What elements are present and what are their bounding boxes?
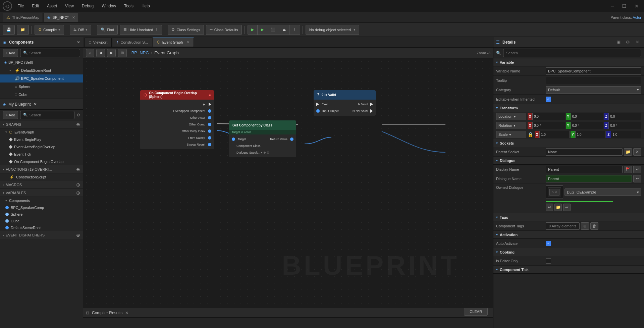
class-defaults-button[interactable]: ✏ Class Defaults [206,25,242,35]
variable-name-input[interactable] [546,67,641,75]
activation-section-header[interactable]: ▾ Activation [493,231,644,239]
node-overlap[interactable]: ⬡ On Component Begin Overlap (Sphere) ■ … [140,90,214,149]
scale-lock-icon[interactable]: 🔒 [528,132,533,137]
editable-checkbox[interactable]: ✓ [546,97,551,102]
play-options-button[interactable]: ⋮ [289,25,300,35]
my-blueprint-close[interactable]: ✕ [34,102,37,107]
scale-y-field[interactable] [575,131,606,138]
tree-item-self[interactable]: ◈ BP_NPC (Self) [0,58,83,66]
rot-y-field[interactable] [571,122,603,129]
tags-section-header[interactable]: ▾ Tags [493,213,644,221]
parent-socket-input[interactable] [546,148,623,156]
node-get-component[interactable]: Get Component by Class Target is Actor T… [229,120,296,157]
tree-item-sphere[interactable]: ○ Sphere [0,83,83,91]
clear-button[interactable]: CLEAR [464,308,488,316]
menu-help[interactable]: Help [140,3,151,9]
minimize-button[interactable]: ─ [608,3,617,9]
tab-viewport[interactable]: □ Viewport [85,38,112,47]
parent-class-link[interactable]: Actor [633,15,641,19]
event-tick[interactable]: Event Tick [0,151,83,158]
dialogue-name-refresh[interactable]: ↩ [633,175,641,182]
dialogue-name-input[interactable] [546,175,632,182]
var-bpc-speaker[interactable]: BPC_SpeakerComp [0,204,83,211]
tags-add-button[interactable]: ⊕ [581,222,589,230]
scale-x-field[interactable] [539,131,570,138]
components-panel-close[interactable]: ✕ [77,40,80,45]
eject-button[interactable]: ⏏ [279,25,289,35]
menu-file[interactable]: File [16,3,25,9]
loc-y-field[interactable] [571,113,603,120]
functions-add-button[interactable]: ⊕ [76,167,80,172]
tab-third-person-map[interactable]: ⚠ ThirdPersonMap [3,13,43,22]
tree-item-bpc-speaker[interactable]: 🔊 BPC_SpeakerComponent [0,74,83,83]
details-settings[interactable]: ⚙ [624,38,632,46]
node-is-valid[interactable]: ? ? Is Valid Exec Is Valid Input Object … [314,90,376,116]
breadcrumb-blueprint[interactable]: BP_NPC [131,50,149,55]
var-cube[interactable]: Cube [0,218,83,224]
components-search-input[interactable] [29,51,77,55]
var-default-scene-root[interactable]: DefaultSceneRoot [0,224,83,231]
tree-item-cube[interactable]: □ Cube [0,91,83,99]
location-dropdown[interactable]: Location ▾ [496,113,526,120]
rotation-dropdown[interactable]: Rotation ▾ [496,122,526,129]
display-name-input[interactable] [546,166,623,173]
nav-forward-button[interactable]: ▶ [107,49,116,57]
auto-activate-checkbox[interactable]: ✓ [546,241,551,246]
play-button[interactable]: ▶ [248,25,258,35]
socket-browse-icon[interactable]: 📁 [624,148,632,156]
close-button[interactable]: ✕ [632,3,641,9]
dialogue-browse-button[interactable]: ↩ [546,204,553,211]
variable-section-header[interactable]: ▾ Variable [493,58,644,66]
hide-unrelated-button[interactable]: ☰ Hide Unrelated ⋮ [120,25,162,35]
section-macros[interactable]: ▸ MACROS ⊕ [0,181,83,189]
menu-view[interactable]: View [64,3,75,9]
play2-button[interactable]: ▶ [257,25,267,35]
menu-debug[interactable]: Debug [80,3,95,9]
category-select[interactable]: Default ▾ [546,86,641,94]
rot-x-field[interactable] [532,122,565,129]
graphs-add-button[interactable]: ⊕ [76,122,80,127]
tags-clear-button[interactable]: 🗑 [590,222,598,230]
dialogue-clear-button[interactable]: 📁 [554,204,562,211]
loc-x-field[interactable] [532,113,565,120]
section-functions[interactable]: ▾ FUNCTIONS (19 OVERRI... ⊕ [0,165,83,173]
diff-button[interactable]: ⇆ Diff ▾ [70,25,91,35]
blueprint-canvas[interactable]: ⬡ On Component Begin Overlap (Sphere) ■ … [83,58,493,308]
dispatchers-add-button[interactable]: ⊕ [76,232,80,238]
loc-z-field[interactable] [608,113,641,120]
section-graphs[interactable]: ▾ GRAPHS ⊕ [0,120,83,128]
var-sphere[interactable]: Sphere [0,211,83,218]
nav-parent-button[interactable]: ⌂ [86,49,94,57]
editor-only-checkbox[interactable] [546,258,551,264]
section-event-dispatchers[interactable]: ▸ EVENT DISPATCHERS ⊕ [0,231,83,239]
rot-z-field[interactable] [608,122,641,129]
dialogue-section-header[interactable]: ▾ Dialogue [493,157,644,165]
details-search-input[interactable] [503,49,641,57]
tab-bp-npc-close[interactable]: ✕ [72,15,75,20]
nav-back-button[interactable]: ◀ [96,49,105,57]
components-group[interactable]: ▾ Components [0,197,83,204]
my-blueprint-settings-icon[interactable]: ⚙ [76,113,80,117]
maximize-button[interactable]: ❐ [620,3,629,9]
sockets-section-header[interactable]: ▾ Sockets [493,139,644,147]
save-as-button[interactable]: 📁 [17,25,29,35]
tooltip-input[interactable] [546,77,641,84]
tree-item-default-scene-root[interactable]: ▾ ⚡ DefaultSceneRoot [0,66,83,74]
details-close[interactable]: ✕ [633,38,641,46]
compile-button[interactable]: ⚙ Compile ▾ [35,25,64,35]
menu-asset[interactable]: Asset [46,3,58,9]
cooking-section-header[interactable]: ▾ Cooking [493,248,644,256]
find-button[interactable]: 🔍 Find [97,25,118,35]
event-graph-tab-close[interactable]: ✕ [187,40,190,44]
pin-dialogue-settings[interactable]: ▾ [261,151,263,154]
dialogue-refresh-button[interactable]: ↩ [563,204,571,211]
nav-home-button[interactable]: ⊞ [118,49,127,57]
menu-window[interactable]: Window [100,3,117,9]
save-button[interactable]: 💾 [3,25,15,35]
event-component-overlap[interactable]: On Component Begin Overlap [0,158,83,165]
tab-construction[interactable]: ƒ Construction S... [112,38,152,47]
owned-dialogue-select[interactable]: DLG_QEExample ▾ [565,188,641,196]
class-settings-button[interactable]: ⚙ Class Settings [168,25,204,35]
details-grid-view[interactable]: ▣ [614,38,623,46]
my-blueprint-add-button[interactable]: + Add [3,111,18,119]
